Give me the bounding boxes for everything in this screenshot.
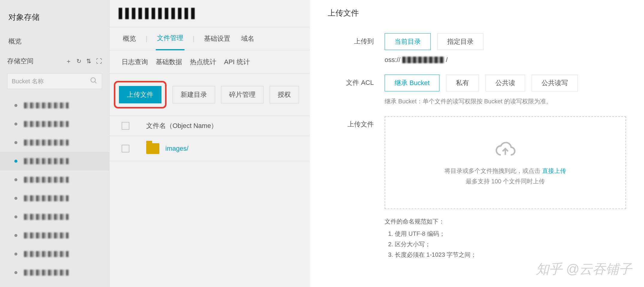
bucket-status-dot xyxy=(14,123,17,126)
bucket-name-obscured xyxy=(24,121,69,127)
dropzone-text-1: 将目录或多个文件拖拽到此，或点击 xyxy=(445,167,540,174)
bucket-status-dot xyxy=(14,197,17,200)
oss-path: oss:// / xyxy=(385,56,626,64)
bucket-status-dot xyxy=(14,271,17,274)
panel-title: 上传文件 xyxy=(328,8,626,18)
path-obscured xyxy=(402,57,444,63)
bucket-name-obscured xyxy=(24,270,69,276)
path-suffix: / xyxy=(446,56,448,64)
svg-point-0 xyxy=(91,78,95,82)
dropzone-text-2: 最多支持 100 个文件同时上传 xyxy=(466,177,545,185)
bucket-list xyxy=(0,94,109,282)
subtab-hotspot[interactable]: 热点统计 xyxy=(190,58,216,67)
search-placeholder: Bucket 名称 xyxy=(12,77,90,85)
subtab-log-query[interactable]: 日志查询 xyxy=(122,58,148,67)
authorize-button[interactable]: 授权 xyxy=(270,86,299,103)
new-folder-button[interactable]: 新建目录 xyxy=(173,86,215,103)
search-icon[interactable] xyxy=(90,77,98,86)
naming-rule: 区分大小写； xyxy=(395,240,626,248)
bucket-status-dot xyxy=(14,234,17,237)
sidebar-title: 对象存储 xyxy=(0,7,109,31)
sidebar-storage-row: 存储空间 ＋ ↻ ⇅ ⛶ xyxy=(0,51,109,71)
upload-to-current[interactable]: 当前目录 xyxy=(385,33,431,50)
naming-rules: 文件的命名规范如下： 使用 UTF-8 编码； 区分大小写； 长度必须在 1-1… xyxy=(385,217,626,259)
cloud-upload-icon xyxy=(495,139,516,160)
sidebar: 对象存储 概览 存储空间 ＋ ↻ ⇅ ⛶ Bucket 名称 xyxy=(0,0,109,287)
bucket-item[interactable] xyxy=(0,133,109,152)
main-tabs: 概览 | 文件管理 | 基础设置 域名 xyxy=(110,27,309,50)
bucket-item[interactable] xyxy=(0,96,109,115)
bucket-search-input[interactable]: Bucket 名称 xyxy=(7,73,102,89)
bucket-status-dot xyxy=(14,104,17,107)
tab-overview[interactable]: 概览 xyxy=(122,28,137,50)
acl-inherit[interactable]: 继承 Bucket xyxy=(385,75,439,91)
bucket-name-obscured xyxy=(24,251,69,257)
bucket-name-obscured xyxy=(24,102,69,108)
subtab-api-stats[interactable]: API 统计 xyxy=(224,58,250,67)
action-toolbar: 上传文件 新建目录 碎片管理 授权 xyxy=(110,74,309,116)
upload-to-group: 当前目录 指定目录 xyxy=(385,33,626,50)
bucket-item[interactable] xyxy=(0,208,109,226)
acl-group: 继承 Bucket 私有 公共读 公共读写 xyxy=(385,75,626,91)
bucket-status-dot xyxy=(14,160,17,163)
bucket-item[interactable] xyxy=(0,170,109,189)
bucket-name-obscured xyxy=(24,232,69,238)
naming-heading: 文件的命名规范如下： xyxy=(385,217,626,226)
acl-public-read[interactable]: 公共读 xyxy=(486,75,525,91)
tab-file-management[interactable]: 文件管理 xyxy=(156,27,185,50)
upload-button[interactable]: 上传文件 xyxy=(119,86,161,103)
acl-public-read-write[interactable]: 公共读写 xyxy=(532,75,578,91)
select-all-checkbox[interactable] xyxy=(122,122,129,130)
tab-domain[interactable]: 域名 xyxy=(240,28,256,50)
bucket-status-dot xyxy=(14,178,17,181)
bucket-item[interactable] xyxy=(0,189,109,208)
bucket-header xyxy=(110,0,309,27)
column-filename: 文件名（Object Name） xyxy=(146,121,217,130)
folder-icon xyxy=(146,143,159,154)
folder-name[interactable]: images/ xyxy=(165,145,188,152)
naming-rule: 使用 UTF-8 编码； xyxy=(395,230,626,238)
svg-line-1 xyxy=(95,81,96,83)
bucket-name-obscured xyxy=(24,195,69,201)
upload-highlight-box: 上传文件 xyxy=(114,81,167,108)
acl-private[interactable]: 私有 xyxy=(446,75,479,91)
bucket-item[interactable] xyxy=(0,263,109,282)
fragment-mgmt-button[interactable]: 碎片管理 xyxy=(221,86,264,103)
file-row[interactable]: images/ xyxy=(110,136,309,161)
file-table-header: 文件名（Object Name） xyxy=(110,116,309,136)
bucket-item[interactable] xyxy=(0,226,109,245)
acl-description: 继承 Bucket：单个文件的读写权限按 Bucket 的读写权限为准。 xyxy=(385,97,626,105)
bucket-name-obscured xyxy=(24,158,69,164)
sort-icon[interactable]: ⇅ xyxy=(86,58,91,64)
bucket-item[interactable] xyxy=(0,115,109,133)
bucket-status-dot xyxy=(14,141,17,144)
upload-to-label: 上传到 xyxy=(328,33,385,46)
bucket-item[interactable] xyxy=(0,152,109,170)
direct-upload-link[interactable]: 直接上传 xyxy=(542,167,566,174)
sidebar-overview[interactable]: 概览 xyxy=(0,31,109,51)
acl-label: 文件 ACL xyxy=(328,75,385,87)
upload-panel: 上传文件 上传到 当前目录 指定目录 oss:// / 文件 ACL 继承 Bu… xyxy=(309,0,644,287)
subtab-basic-data[interactable]: 基础数据 xyxy=(156,58,182,67)
sub-tabs: 日志查询 基础数据 热点统计 API 统计 xyxy=(110,50,309,74)
refresh-icon[interactable]: ↻ xyxy=(76,58,81,64)
bucket-status-dot xyxy=(14,253,17,256)
expand-icon[interactable]: ⛶ xyxy=(96,58,102,64)
content-pane: 概览 | 文件管理 | 基础设置 域名 日志查询 基础数据 热点统计 API 统… xyxy=(109,0,309,287)
bucket-name-obscured xyxy=(24,214,69,220)
bucket-item[interactable] xyxy=(0,245,109,263)
bucket-name-obscured xyxy=(119,8,196,19)
upload-to-specified[interactable]: 指定目录 xyxy=(437,33,483,50)
bucket-name-obscured xyxy=(24,177,69,183)
storage-space-label: 存储空间 xyxy=(7,57,63,66)
row-checkbox[interactable] xyxy=(122,145,129,152)
tab-basic-settings[interactable]: 基础设置 xyxy=(203,28,232,50)
bucket-status-dot xyxy=(14,215,17,218)
naming-rule: 长度必须在 1-1023 字节之间； xyxy=(395,251,626,259)
add-icon[interactable]: ＋ xyxy=(66,58,72,64)
upload-dropzone[interactable]: 将目录或多个文件拖拽到此，或点击 直接上传 最多支持 100 个文件同时上传 xyxy=(385,116,626,209)
upload-file-label: 上传文件 xyxy=(328,116,385,129)
path-prefix: oss:// xyxy=(385,56,400,64)
bucket-name-obscured xyxy=(24,140,69,146)
